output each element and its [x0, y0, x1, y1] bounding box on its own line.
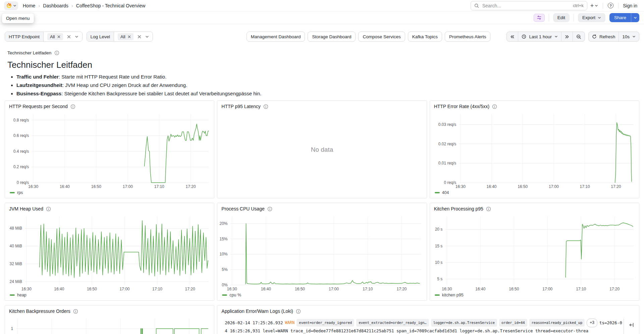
variable-value-pill[interactable]: All	[118, 33, 133, 40]
info-icon[interactable]	[70, 104, 75, 109]
info-icon[interactable]	[46, 206, 51, 211]
variable-log-level[interactable]: Log Level All	[87, 32, 153, 42]
breadcrumb-separator-icon: ›	[71, 3, 73, 8]
time-shift-forward-button[interactable]	[561, 32, 573, 41]
log-field-chip[interactable]: logger=de.sh.ap.TresenService	[431, 319, 497, 327]
log-field-chip[interactable]: reason=already_picked_up	[529, 319, 585, 327]
panel-title[interactable]: Application Error/Warn Logs (Loki)	[221, 308, 293, 314]
chart-area[interactable]: 16:3016:4016:5017:0017:1017:205 s10 s15 …	[430, 212, 639, 292]
time-range-group: Last 1 hour	[506, 32, 585, 42]
panel-title[interactable]: HTTP Error Rate (4xx/5xx)	[434, 104, 489, 109]
panel-title[interactable]: Process CPU Usage	[221, 206, 264, 211]
chart-area[interactable]: 16:3016:4016:5017:0017:1017:200 req/s0.2…	[5, 110, 214, 190]
clear-all-icon[interactable]	[138, 35, 141, 39]
log-row-menu-icon[interactable]	[220, 319, 225, 334]
clear-all-icon[interactable]	[67, 35, 71, 39]
refresh-interval-picker[interactable]: 10s	[619, 32, 639, 41]
panel-title[interactable]: HTTP p95 Latency	[221, 104, 260, 109]
new-menu-button[interactable]: +	[587, 3, 601, 9]
info-icon[interactable]	[486, 206, 491, 211]
legend-label[interactable]: 404	[442, 190, 449, 195]
breadcrumb-home[interactable]: Home	[23, 3, 35, 8]
chart-area[interactable]: 16:3016:4016:5017:0017:1017:200%5%10%15%…	[217, 212, 426, 292]
panel-title[interactable]: HTTP Requests per Second	[9, 104, 68, 109]
panel-title[interactable]: JVM Heap Used	[9, 206, 43, 211]
chart-area[interactable]: 16:3016:4016:5017:0017:1017:201	[5, 315, 214, 334]
log-field-chip[interactable]: event=order_ready_ignored	[297, 319, 354, 327]
breadcrumb-current-dashboard: CoffeeShop - Technical Overview	[76, 3, 145, 8]
panel-title[interactable]: Kitchen Backpressure Orders	[9, 308, 70, 314]
dynamic-dashboard-button[interactable]	[534, 14, 545, 22]
dashboard-controls-row: HTTP Endpoint All Log Level All	[0, 24, 644, 48]
share-button[interactable]: Share	[609, 13, 631, 22]
export-button[interactable]: Export	[578, 13, 605, 22]
chart-area[interactable]: 16:3016:4016:5017:0017:1017:2024 MiB32 M…	[5, 212, 214, 292]
time-range-picker[interactable]: Last 1 hour	[518, 32, 561, 41]
log-row[interactable]: 2026-02-14 17:25:26.932 WARN event=order…	[225, 319, 622, 334]
legend-label[interactable]: cpu %	[229, 293, 241, 297]
divider	[574, 14, 574, 21]
remove-value-icon[interactable]	[128, 35, 131, 38]
link-management-dashboard[interactable]: Management Dashboard	[247, 32, 305, 42]
variable-value-pill[interactable]: All	[47, 33, 63, 40]
svg-text:16:40: 16:40	[60, 184, 70, 189]
breadcrumb-dashboards[interactable]: Dashboards	[43, 3, 68, 8]
remove-value-icon[interactable]	[57, 35, 60, 38]
panel-title[interactable]: Kitchen Processing p95	[434, 206, 483, 211]
svg-text:15%: 15%	[220, 237, 228, 241]
svg-text:16:30: 16:30	[21, 287, 32, 291]
guide-heading: Technischer Leitfaden	[7, 60, 637, 70]
log-field-chip[interactable]: order_id=44	[499, 319, 527, 327]
share-options-button[interactable]	[631, 13, 639, 22]
legend-swatch	[222, 294, 227, 296]
refresh-label: Refresh	[599, 34, 615, 39]
svg-text:16:50: 16:50	[295, 287, 305, 291]
legend-label[interactable]: kitchen p95	[442, 293, 464, 297]
info-icon[interactable]	[54, 50, 59, 55]
svg-text:0.03 req/s: 0.03 req/s	[438, 122, 456, 127]
log-more-fields-badge[interactable]: +3	[587, 319, 597, 327]
chevron-down-icon[interactable]	[145, 35, 149, 39]
log-field-chip[interactable]: event_extracted=order_ready_ign…	[356, 319, 429, 327]
link-prometheus-alerts[interactable]: Prometheus Alerts	[445, 32, 490, 42]
svg-text:16:40: 16:40	[486, 184, 496, 189]
svg-text:0.6 req/s: 0.6 req/s	[13, 133, 29, 138]
link-compose-services[interactable]: Compose Services	[358, 32, 405, 42]
refresh-button[interactable]: Refresh	[589, 32, 619, 41]
grafana-menu-button[interactable]	[4, 1, 18, 10]
svg-text:10%: 10%	[220, 252, 228, 256]
wrap-line-icon[interactable]	[629, 323, 634, 327]
svg-text:16:50: 16:50	[509, 287, 519, 291]
svg-text:0 req/s: 0 req/s	[17, 180, 29, 185]
zoom-out-time-button[interactable]	[573, 32, 585, 41]
legend-label[interactable]: heap	[17, 293, 26, 297]
info-icon[interactable]	[73, 309, 78, 314]
chevron-down-icon[interactable]	[75, 35, 78, 39]
svg-text:17:10: 17:10	[152, 287, 162, 291]
info-icon[interactable]	[492, 104, 497, 109]
legend-label[interactable]: rps	[17, 190, 23, 195]
double-chevron-left-icon	[510, 35, 515, 39]
chevron-down-icon	[13, 4, 16, 7]
refresh-icon	[592, 34, 597, 39]
panel-kitchen-backpressure: Kitchen Backpressure Orders 16:3016:4016…	[5, 305, 214, 334]
search-input[interactable]	[482, 3, 571, 9]
info-icon[interactable]	[263, 104, 268, 109]
search-box[interactable]: ctrl+k	[471, 1, 587, 10]
info-icon[interactable]	[296, 309, 301, 314]
log-row-right-gutter	[624, 319, 639, 334]
svg-text:0%: 0%	[222, 283, 228, 287]
panel-application-logs: Application Error/Warn Logs (Loki) 2026-…	[217, 305, 639, 334]
svg-text:17:20: 17:20	[185, 287, 195, 291]
link-kafka-topics[interactable]: Kafka Topics	[408, 32, 442, 42]
clock-icon	[522, 34, 526, 39]
edit-button[interactable]: Edit	[553, 13, 570, 22]
help-button[interactable]: ?	[605, 3, 616, 8]
time-shift-back-button[interactable]	[507, 32, 518, 41]
variable-http-endpoint[interactable]: HTTP Endpoint All	[5, 32, 83, 42]
chart-area[interactable]: 16:3016:4016:5017:0017:1017:200 req/s0.0…	[430, 110, 639, 190]
sign-in-button[interactable]: Sign in	[620, 3, 640, 8]
link-storage-dashboard[interactable]: Storage Dashboard	[308, 32, 356, 42]
grafana-logo-icon	[6, 2, 12, 9]
info-icon[interactable]	[267, 206, 272, 211]
